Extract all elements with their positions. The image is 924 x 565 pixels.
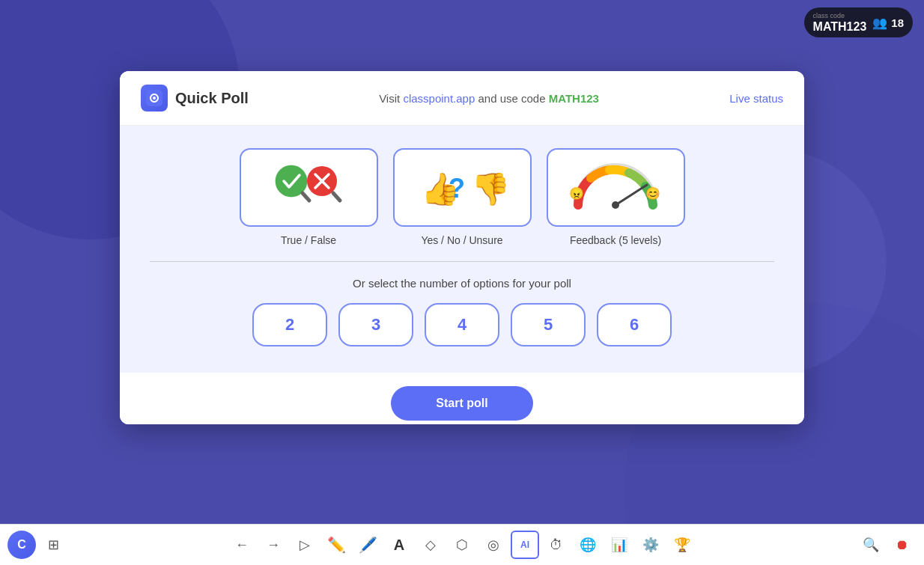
classpoint-logo-icon xyxy=(141,85,168,112)
main-card: Quick Poll Visit classpoint.app and use … xyxy=(120,71,804,424)
card-title: Quick Poll xyxy=(175,90,249,107)
card-logo: Quick Poll xyxy=(141,85,249,112)
poll-type-options: True / False 👍 ? 👎 xyxy=(150,148,774,246)
svg-text:😠: 😠 xyxy=(569,186,584,201)
card-body: True / False 👍 ? 👎 xyxy=(120,126,804,373)
toolbar-center: ← → ▷ ✏️ 🖊️ A ◇ ⬡ ◎ AI ⏱ 🌐 📊 ⚙️ 🏆 xyxy=(228,531,696,559)
shape-icon[interactable]: ⬡ xyxy=(448,531,476,559)
visit-link[interactable]: classpoint.app xyxy=(403,92,475,105)
class-code-container: class code MATH123 xyxy=(813,12,867,33)
record-icon[interactable]: ⏺ xyxy=(888,531,917,559)
participant-count-container: 👥 18 xyxy=(872,16,904,30)
browser-icon[interactable]: 🌐 xyxy=(574,531,602,559)
true-false-label: True / False xyxy=(281,234,336,246)
visit-middle: and use code xyxy=(475,92,548,105)
number-section-label: Or select the number of options for your… xyxy=(150,277,774,290)
participant-count: 18 xyxy=(891,16,904,29)
svg-line-5 xyxy=(303,193,309,201)
section-divider xyxy=(150,261,774,262)
svg-point-14 xyxy=(612,201,619,209)
bottom-toolbar: C ⊞ ← → ▷ ✏️ 🖊️ A ◇ ⬡ ◎ AI ⏱ 🌐 📊 ⚙️ 🏆 🔍 … xyxy=(0,524,924,565)
visit-text: Visit xyxy=(379,92,403,105)
feedback-5-image: 😠 😊 xyxy=(563,156,668,219)
grid-icon[interactable]: ⊞ xyxy=(39,531,67,559)
true-false-image xyxy=(267,159,350,217)
svg-text:😊: 😊 xyxy=(645,186,660,201)
class-code-label: class code xyxy=(813,12,845,20)
award-icon[interactable]: 🏆 xyxy=(668,531,696,559)
back-icon[interactable]: ← xyxy=(228,531,256,559)
yes-no-unsure-option[interactable]: 👍 ? 👎 Yes / No / Unsure xyxy=(393,148,532,246)
settings-icon[interactable]: ⚙️ xyxy=(636,531,665,559)
number-buttons-row: 2 3 4 5 6 xyxy=(150,303,774,346)
text-icon[interactable]: A xyxy=(385,531,413,559)
number-btn-2[interactable]: 2 xyxy=(252,303,327,346)
svg-line-13 xyxy=(616,185,647,205)
feedback-5-label: Feedback (5 levels) xyxy=(570,234,661,246)
live-status-button[interactable]: Live status xyxy=(729,92,783,105)
svg-text:?: ? xyxy=(449,173,465,204)
number-options-section: Or select the number of options for your… xyxy=(150,277,774,346)
classpoint-toolbar-logo[interactable]: C xyxy=(7,531,36,559)
start-poll-container: Start poll xyxy=(120,373,804,424)
chart-icon[interactable]: 📊 xyxy=(605,531,633,559)
yes-no-unsure-card[interactable]: 👍 ? 👎 xyxy=(393,148,532,227)
toolbar-left: C ⊞ xyxy=(7,531,67,559)
people-icon: 👥 xyxy=(872,16,887,30)
card-header: Quick Poll Visit classpoint.app and use … xyxy=(120,71,804,126)
svg-text:👎: 👎 xyxy=(471,171,507,208)
pen-icon[interactable]: ✏️ xyxy=(322,531,350,559)
search-icon[interactable]: 🔍 xyxy=(857,531,885,559)
feedback-5-card[interactable]: 😠 😊 xyxy=(547,148,685,227)
top-class-bar: class code MATH123 👥 18 xyxy=(804,7,913,37)
ai-icon[interactable]: AI xyxy=(511,531,539,559)
svg-line-9 xyxy=(333,193,340,201)
feedback-5-option[interactable]: 😠 😊 Feedback (5 levels) xyxy=(547,148,685,246)
visit-info: Visit classpoint.app and use code MATH12… xyxy=(379,92,599,105)
true-false-card[interactable] xyxy=(240,148,378,227)
number-btn-4[interactable]: 4 xyxy=(425,303,499,346)
number-btn-6[interactable]: 6 xyxy=(597,303,672,346)
pointer-icon[interactable]: ▷ xyxy=(291,531,319,559)
timer-icon[interactable]: ⏱ xyxy=(542,531,571,559)
class-code-value: MATH123 xyxy=(813,20,867,34)
toolbar-right: 🔍 ⏺ xyxy=(857,531,917,559)
laser-icon[interactable]: ◎ xyxy=(479,531,508,559)
visit-code: MATH123 xyxy=(549,92,599,105)
number-btn-3[interactable]: 3 xyxy=(338,303,413,346)
number-btn-5[interactable]: 5 xyxy=(511,303,586,346)
eraser-icon[interactable]: ◇ xyxy=(416,531,445,559)
svg-point-1 xyxy=(153,97,156,100)
highlighter-icon[interactable]: 🖊️ xyxy=(353,531,382,559)
yes-no-unsure-image: 👍 ? 👎 xyxy=(417,159,507,217)
true-false-option[interactable]: True / False xyxy=(240,148,378,246)
forward-icon[interactable]: → xyxy=(259,531,288,559)
start-poll-button[interactable]: Start poll xyxy=(391,386,532,421)
yes-no-unsure-label: Yes / No / Unsure xyxy=(421,234,502,246)
